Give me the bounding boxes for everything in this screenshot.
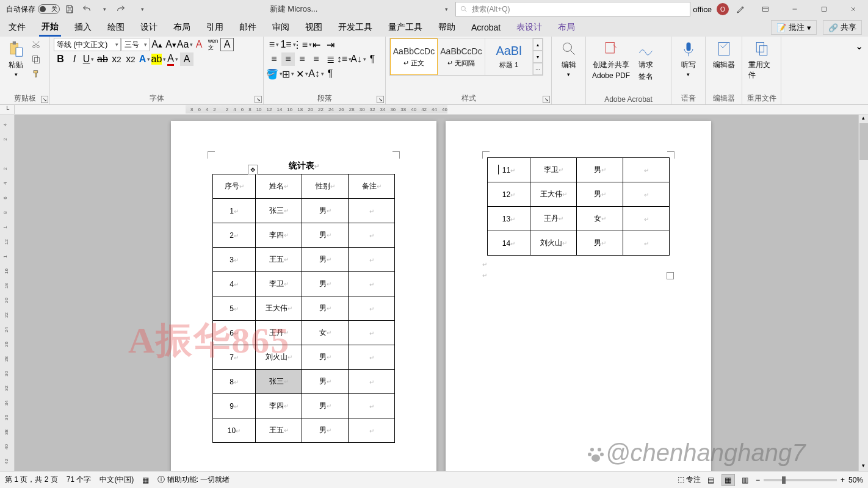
table-row[interactable]: 9↵李四↵男↵↵ [213,394,395,418]
superscript-icon[interactable]: x2 [124,52,137,66]
grow-font-icon[interactable]: A▴ [150,38,164,51]
table-cell[interactable]: 男↵ [577,182,623,207]
styles-down-icon[interactable]: ▾ [533,51,543,63]
table-row[interactable]: 12↵王大伟↵男↵↵ [488,182,670,207]
align-center-icon[interactable]: ≡ [281,52,295,66]
styles-up-icon[interactable]: ▴ [533,38,543,51]
paste-button[interactable]: 粘贴 ▾ [4,38,28,79]
table-cell[interactable]: 男↵ [302,272,349,296]
maximize-icon[interactable] [812,1,836,18]
borders-icon[interactable]: ⊞ [281,67,295,81]
sort-paragraph-icon[interactable]: A↕ [309,67,323,81]
zoom-slider[interactable] [764,479,837,481]
format-painter-icon[interactable] [29,67,43,81]
table-cell[interactable]: 张三↵ [256,199,302,223]
minimize-icon[interactable] [783,1,807,18]
table-cell[interactable]: 王大伟↵ [530,182,577,207]
table-cell[interactable]: ↵ [349,223,395,248]
user-name[interactable]: office [693,5,712,14]
table-cell[interactable]: 男↵ [302,394,349,418]
tab-view[interactable]: 视图 [303,20,325,35]
language-indicator[interactable]: 中文(中国) [99,475,134,485]
bold-icon[interactable]: B [54,52,67,66]
table-cell[interactable]: 男↵ [302,418,349,443]
close-icon[interactable] [841,1,866,18]
phonetic-icon[interactable]: wen文 [206,38,220,51]
char-shading-icon[interactable]: A [180,52,193,66]
page-indicator[interactable]: 第 1 页，共 2 页 [5,475,58,485]
table-row[interactable]: 13↵王丹↵女↵↵ [488,207,670,231]
table-cell[interactable]: 序号↵ [213,174,256,199]
table-cell[interactable]: 男↵ [302,199,349,223]
show-marks-icon[interactable]: ¶ [366,52,379,66]
macro-indicator[interactable]: ▦ [142,476,149,484]
toggle-off-icon[interactable]: 关 [38,4,60,14]
print-layout-icon[interactable]: ▦ [722,474,735,486]
line-spacing-icon[interactable]: ↕≡ [338,52,351,66]
table-cell[interactable]: 李四↵ [256,394,302,418]
table-row[interactable]: 14↵刘火山↵男↵↵ [488,231,670,256]
table-cell[interactable]: ↵ [623,231,670,256]
editor-button[interactable]: 编辑器 [709,38,738,71]
table-cell[interactable]: ↵ [349,370,395,394]
table-cell[interactable]: 男↵ [577,231,623,256]
bullets-icon[interactable]: ≡ [267,38,281,51]
qat-customize-dropdown[interactable] [134,2,149,16]
table-cell[interactable]: ↵ [623,182,670,207]
multilevel-icon[interactable]: ⋮≡ [295,38,309,51]
undo-icon[interactable] [79,2,94,16]
styles-more-icon[interactable]: ⋯ [533,63,543,75]
save-icon[interactable] [62,2,77,16]
redo-icon[interactable] [114,2,128,16]
table-cell[interactable]: 女↵ [302,321,349,345]
search-input[interactable]: 搜索(Alt+Q) [455,2,690,16]
tab-selector[interactable]: └ [0,105,15,114]
table-page2[interactable]: 11↵李卫↵男↵↵12↵王大伟↵男↵↵13↵王丹↵女↵↵14↵刘火山↵男↵↵ [487,157,670,256]
style-nospacing[interactable]: AaBbCcDc↵ 无间隔 [438,38,485,75]
table-cell[interactable]: ↵ [349,199,395,223]
styles-launcher-icon[interactable]: ↘ [543,96,550,103]
accessibility-indicator[interactable]: ⓘ 辅助功能: 一切就绪 [157,475,230,485]
reuse-files-button[interactable]: 重用文件 [746,38,777,82]
table-row[interactable]: 3↵王五↵男↵↵ [213,248,395,272]
shading-icon[interactable]: 🪣 [267,67,281,81]
share-button[interactable]: 🔗共享 [823,20,862,35]
table-move-handle-icon[interactable]: ✥ [248,165,258,174]
table-cell[interactable]: 3↵ [213,248,256,272]
tab-developer[interactable]: 开发工具 [336,20,375,35]
table-cell[interactable]: ↵ [349,321,395,345]
table-row[interactable]: 1↵张三↵男↵↵ [213,199,395,223]
char-border-icon[interactable]: A [220,38,234,51]
align-justify-icon[interactable]: ≡ [309,52,323,66]
table-cell[interactable]: 王五↵ [256,418,302,443]
table-cell[interactable]: 女↵ [577,207,623,231]
editing-button[interactable]: 编辑▾ [555,38,582,79]
table-cell[interactable]: 李卫↵ [530,158,577,182]
table-cell[interactable]: 11↵ [488,158,530,182]
table-cell[interactable]: 王五↵ [256,248,302,272]
request-sign-button[interactable]: 请求签名 [634,38,658,83]
styles-gallery[interactable]: AaBbCcDc↵ 正文 AaBbCcDc↵ 无间隔 AaBl标题 1 ▴▾⋯ [389,38,543,76]
table-cell[interactable]: 张三↵ [256,370,302,394]
scroll-down-icon[interactable]: ▾ [859,462,868,471]
tab-draw[interactable]: 绘图 [105,20,127,35]
zoom-in-button[interactable]: + [841,476,845,484]
shrink-font-icon[interactable]: A▾ [164,38,178,51]
table-cell[interactable]: 性别↵ [302,174,349,199]
sort-icon[interactable]: A↓ [352,52,365,66]
table-cell[interactable]: ↵ [349,394,395,418]
tab-masstools[interactable]: 量产工具 [386,20,425,35]
text-effects-icon[interactable]: A [138,52,151,66]
font-size-combo[interactable]: 三号 [121,38,150,51]
table-cell[interactable]: 王丹↵ [530,207,577,231]
word-count[interactable]: 71 个字 [67,475,92,485]
table-cell[interactable]: ↵ [623,158,670,182]
pen-mode-icon[interactable] [734,2,748,16]
indent-dec-icon[interactable]: ⇤ [309,38,323,51]
ribbon-display-icon[interactable] [753,1,778,18]
table-cell[interactable]: ↵ [623,207,670,231]
align-left-icon[interactable]: ≡ [267,52,281,66]
tab-home[interactable]: 开始 [39,19,61,37]
undo-dropdown[interactable] [96,2,111,16]
tab-design[interactable]: 设计 [138,20,160,35]
